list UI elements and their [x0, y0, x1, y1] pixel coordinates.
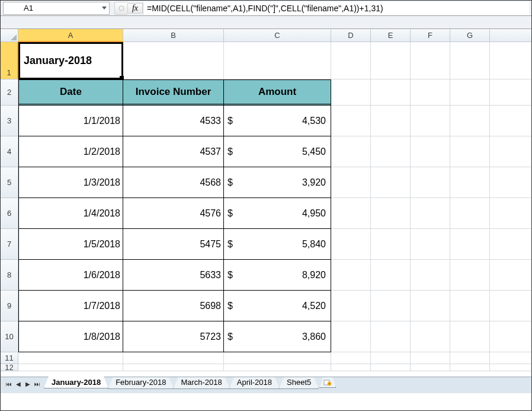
cell[interactable] — [411, 364, 450, 371]
cell-invoice[interactable]: 5475 — [123, 229, 224, 260]
cell[interactable] — [18, 364, 123, 371]
cell[interactable] — [123, 42, 224, 79]
cell[interactable] — [331, 136, 371, 167]
table-header-invoice[interactable]: Invoice Number — [123, 79, 224, 106]
cell[interactable] — [331, 198, 371, 229]
cell[interactable] — [123, 352, 224, 364]
row-header-11[interactable]: 11 — [1, 352, 18, 364]
col-header-C[interactable]: C — [224, 29, 331, 42]
cell[interactable] — [411, 198, 450, 229]
row-header-1[interactable]: 1 — [1, 42, 18, 79]
cell-amount[interactable]: $4,950 — [224, 198, 331, 229]
cell[interactable] — [450, 106, 490, 136]
sheet-tab[interactable]: January-2018 — [44, 377, 108, 388]
cell[interactable] — [331, 106, 371, 136]
cell-invoice[interactable]: 5698 — [123, 291, 224, 321]
cell-date[interactable]: 1/7/2018 — [18, 291, 123, 321]
cell[interactable] — [371, 167, 411, 198]
sheet-tab[interactable]: March-2018 — [173, 377, 229, 389]
col-header-B[interactable]: B — [123, 29, 224, 42]
cell[interactable] — [224, 352, 331, 364]
cell-amount[interactable]: $4,520 — [224, 291, 331, 321]
row-header-7[interactable]: 7 — [1, 229, 18, 260]
sheet-tab[interactable]: April-2018 — [229, 377, 280, 389]
cell[interactable] — [371, 198, 411, 229]
row-header-6[interactable]: 6 — [1, 198, 18, 229]
cell[interactable] — [331, 321, 371, 352]
cell[interactable] — [450, 198, 490, 229]
tab-first-icon[interactable]: ⏮ — [4, 378, 13, 389]
cell[interactable] — [411, 106, 450, 136]
cell-invoice[interactable]: 5633 — [123, 260, 224, 291]
tab-last-icon[interactable]: ⏭ — [33, 378, 41, 389]
cell[interactable] — [371, 321, 411, 352]
col-header-A[interactable]: A — [18, 29, 123, 42]
table-header-date[interactable]: Date — [18, 79, 123, 106]
cell-invoice[interactable]: 4537 — [123, 136, 224, 167]
cell[interactable] — [411, 136, 450, 167]
select-all-corner[interactable] — [1, 29, 18, 42]
cell[interactable] — [450, 291, 490, 321]
cell[interactable] — [411, 229, 450, 260]
cell[interactable] — [450, 79, 490, 106]
cell[interactable] — [331, 364, 371, 371]
cell[interactable] — [371, 229, 411, 260]
cell[interactable] — [411, 260, 450, 291]
cell[interactable] — [490, 167, 531, 198]
worksheet-area[interactable]: ABCDEFG12DateInvoice NumberAmount31/1/20… — [1, 29, 531, 393]
row-header-8[interactable]: 8 — [1, 260, 18, 291]
cell[interactable] — [490, 352, 531, 364]
cell-date[interactable]: 1/5/2018 — [18, 229, 123, 260]
cell[interactable] — [331, 229, 371, 260]
cell-date[interactable]: 1/4/2018 — [18, 198, 123, 229]
cell[interactable] — [123, 364, 224, 371]
cell-invoice[interactable]: 5723 — [123, 321, 224, 352]
cell[interactable] — [411, 79, 450, 106]
cell[interactable] — [490, 291, 531, 321]
cell[interactable] — [450, 364, 490, 371]
cell-date[interactable]: 1/8/2018 — [18, 321, 123, 352]
col-header-E[interactable]: E — [371, 29, 411, 42]
cell[interactable] — [490, 321, 531, 352]
name-box[interactable]: A1 — [3, 2, 110, 15]
cell[interactable] — [371, 352, 411, 364]
row-header-4[interactable]: 4 — [1, 136, 18, 167]
cell[interactable] — [490, 229, 531, 260]
cell[interactable] — [450, 136, 490, 167]
cell-amount[interactable]: $3,860 — [224, 321, 331, 352]
cell-amount[interactable]: $8,920 — [224, 260, 331, 291]
cell[interactable] — [490, 198, 531, 229]
tab-next-icon[interactable]: ▶ — [23, 378, 32, 389]
cell[interactable] — [490, 79, 531, 106]
cell[interactable] — [490, 42, 531, 79]
chevron-down-icon[interactable] — [102, 7, 107, 9]
cell[interactable] — [411, 352, 450, 364]
cell[interactable] — [450, 352, 490, 364]
col-header-G[interactable]: G — [450, 29, 490, 42]
cell[interactable] — [371, 364, 411, 371]
cell-invoice[interactable]: 4576 — [123, 198, 224, 229]
cell[interactable] — [331, 260, 371, 291]
col-header-blank[interactable] — [490, 29, 531, 42]
cell[interactable] — [371, 42, 411, 79]
cell[interactable] — [331, 79, 371, 106]
sheet-tab[interactable]: Sheet5 — [279, 377, 319, 389]
cell[interactable] — [490, 364, 531, 371]
formula-input[interactable] — [143, 2, 529, 15]
cell[interactable] — [450, 260, 490, 291]
cell[interactable] — [411, 42, 450, 79]
cell[interactable] — [18, 42, 123, 79]
cell[interactable] — [371, 260, 411, 291]
row-header-9[interactable]: 9 — [1, 291, 18, 321]
cell[interactable] — [371, 106, 411, 136]
cell-invoice[interactable]: 4533 — [123, 106, 224, 136]
cell[interactable] — [490, 136, 531, 167]
cell[interactable] — [371, 136, 411, 167]
table-header-amount[interactable]: Amount — [224, 79, 331, 106]
cell-invoice[interactable]: 4568 — [123, 167, 224, 198]
cell[interactable] — [224, 364, 331, 371]
cell[interactable] — [371, 79, 411, 106]
cell-date[interactable]: 1/6/2018 — [18, 260, 123, 291]
sheet-tab[interactable]: February-2018 — [108, 377, 174, 389]
cell[interactable] — [371, 291, 411, 321]
